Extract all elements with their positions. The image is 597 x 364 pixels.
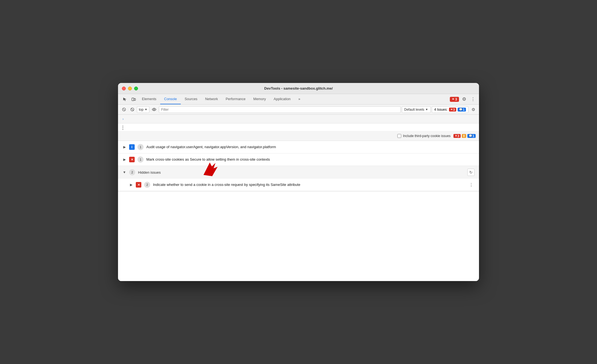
sub-issue-count: 2 — [144, 182, 150, 188]
tab-console[interactable]: Console — [160, 94, 181, 104]
block-icon-btn[interactable] — [129, 106, 136, 113]
issues-red-badge: ✕ 3 — [449, 108, 456, 112]
issue-row-crosssite[interactable]: ▶ ✕ 1 Mark cross-site cookies as Secure … — [118, 153, 479, 166]
levels-selector[interactable]: Default levels ▼ — [402, 106, 431, 113]
hidden-issues-header[interactable]: ▼ 2 Hidden issues ↻ — [118, 166, 479, 179]
svg-line-5 — [131, 108, 133, 111]
issue-icon-info: i — [129, 144, 135, 150]
third-party-checkbox[interactable] — [397, 134, 401, 138]
tab-sources[interactable]: Sources — [181, 94, 201, 104]
hidden-issues-section: ▼ 2 Hidden issues ↻ ▶ ✕ — [118, 166, 479, 191]
svg-rect-0 — [132, 98, 134, 101]
filter-input[interactable] — [159, 106, 401, 113]
dots-menu-row — [118, 123, 479, 131]
chevron-down-icon: ▼ — [425, 108, 428, 111]
context-selector[interactable]: top ▼ — [137, 106, 149, 113]
tab-elements[interactable]: Elements — [138, 94, 160, 104]
svg-rect-1 — [134, 98, 136, 100]
issues-header-row: Include third-party cookie issues ✕ 3 0 … — [118, 131, 479, 141]
sub-issue-more-btn[interactable]: ⋮ — [468, 181, 475, 188]
settings-icon-btn[interactable]: ⚙ — [460, 95, 468, 103]
maximize-button[interactable] — [134, 87, 138, 90]
chat-icon: 💬 — [469, 134, 472, 137]
prompt-arrow-icon: › — [122, 117, 124, 121]
error-icon: ✕ — [452, 97, 454, 101]
window-title: DevTools - samesite-sandbox.glitch.me/ — [264, 86, 333, 90]
issues-header-red-badge: ✕ 3 — [453, 134, 461, 138]
console-settings-btn[interactable]: ⚙ — [470, 106, 477, 113]
close-button[interactable] — [122, 87, 126, 90]
issue-item-crosssite: ▶ ✕ 1 Mark cross-site cookies as Secure … — [118, 153, 479, 166]
error-icon: ✕ — [450, 108, 453, 111]
tab-more[interactable]: » — [295, 94, 304, 104]
more-icon: ⋮ — [471, 96, 475, 102]
sub-issue-row-samesite[interactable]: ▶ ✕ 2 Indicate whether to send a cookie … — [118, 179, 479, 191]
error-count-badge[interactable]: ✕ 3 — [450, 97, 459, 102]
tab-network[interactable]: Network — [201, 94, 222, 104]
issue-row-audit[interactable]: ▶ i 1 Audit usage of navigator.userAgent… — [118, 141, 479, 153]
hidden-issues-label: Hidden issues — [138, 170, 161, 175]
issues-header-blue-badge: 💬 1 — [467, 134, 476, 138]
tab-application[interactable]: Application — [270, 94, 294, 104]
devtools-window: DevTools - samesite-sandbox.glitch.me/ E… — [118, 83, 479, 281]
issue-text-audit: Audit usage of navigator.userAgent, navi… — [146, 145, 475, 150]
eye-icon-btn[interactable] — [150, 106, 158, 113]
issue-icon-error: ✕ — [129, 157, 135, 162]
settings-icon: ⚙ — [462, 96, 466, 102]
tabs-right-actions: ✕ 3 ⚙ ⋮ — [450, 94, 477, 104]
issue-count-2: 1 — [137, 156, 144, 163]
tabs-bar: Elements Console Sources Network Perform… — [118, 94, 479, 105]
sub-issue-text: Indicate whether to send a cookie in a c… — [153, 182, 465, 187]
more-icon: ⋮ — [469, 182, 473, 188]
refresh-btn[interactable]: ↻ — [467, 169, 475, 176]
title-bar: DevTools - samesite-sandbox.glitch.me/ — [118, 83, 479, 94]
error-icon: ✕ — [455, 134, 457, 137]
sub-issue-samesite: ▶ ✕ 2 Indicate whether to send a cookie … — [118, 179, 479, 191]
device-toolbar-icon[interactable] — [129, 94, 138, 104]
collapse-arrow-icon: ▼ — [122, 170, 126, 174]
expand-arrow-icon: ▶ — [122, 145, 126, 149]
issues-blue-badge: 💬 1 — [458, 108, 466, 112]
more-options-btn[interactable]: ⋮ — [469, 95, 477, 103]
expand-arrow-icon: ▶ — [122, 158, 126, 161]
svg-point-6 — [154, 109, 155, 110]
prompt-area: › — [118, 115, 479, 123]
sub-issue-icon-error: ✕ — [136, 182, 141, 188]
clear-console-btn[interactable] — [120, 106, 127, 113]
console-content: › Include third-party cookie issues ✕ 3 — [118, 115, 479, 281]
issues-header-orange-badge: 0 — [462, 134, 466, 138]
tab-memory[interactable]: Memory — [249, 94, 270, 104]
expand-arrow-icon: ▶ — [129, 183, 133, 187]
settings-icon: ⚙ — [471, 107, 475, 112]
traffic-lights — [122, 87, 138, 90]
chevron-down-icon: ▼ — [145, 108, 147, 111]
refresh-icon: ↻ — [469, 170, 473, 175]
chat-icon: 💬 — [459, 108, 462, 111]
svg-line-3 — [123, 109, 125, 110]
issue-item-audit: ▶ i 1 Audit usage of navigator.userAgent… — [118, 141, 479, 153]
console-toolbar: top ▼ Default levels ▼ 4 Issues: ✕ 3 💬 1 — [118, 105, 479, 115]
hidden-count-badge: 2 — [129, 169, 135, 175]
dots-menu-btn[interactable] — [122, 125, 123, 130]
issues-count-group[interactable]: 4 Issues: ✕ 3 💬 1 — [432, 106, 468, 113]
minimize-button[interactable] — [128, 87, 132, 90]
third-party-checkbox-label[interactable]: Include third-party cookie issues — [397, 134, 450, 138]
issue-text-crosssite: Mark cross-site cookies as Secure to all… — [146, 157, 475, 162]
tab-group: Elements Console Sources Network Perform… — [120, 94, 450, 104]
inspect-icon-btn[interactable] — [120, 94, 129, 104]
tab-performance[interactable]: Performance — [222, 94, 250, 104]
issue-count-1: 1 — [137, 144, 144, 150]
